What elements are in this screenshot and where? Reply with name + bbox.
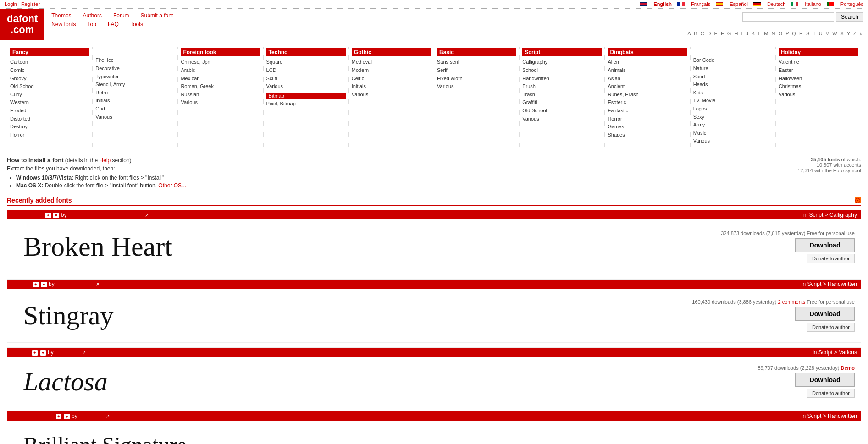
cat-bar-code[interactable]: Bar Code [693,56,773,65]
cat-serif[interactable]: Serif [437,66,516,75]
cat-ancient[interactable]: Ancient [608,82,687,91]
cat-link-bh[interactable]: Script > Calligraphy [809,212,857,218]
alpha-s[interactable]: S [806,31,810,36]
cat-animals[interactable]: Animals [608,66,687,75]
cat-army[interactable]: Army [693,121,773,129]
cat-gothic-header[interactable]: Gothic [352,48,431,56]
nav-tools[interactable]: Tools [130,21,143,27]
site-logo[interactable]: dafont .com [0,9,44,40]
cat-halloween[interactable]: Halloween [779,75,858,83]
cat-western[interactable]: Western [10,99,89,107]
font-author-stingray[interactable]: Youssef Habchi [56,281,94,287]
nav-submit-font[interactable]: Submit a font [141,12,173,19]
cat-easter[interactable]: Easter [779,66,858,75]
alpha-a[interactable]: A [687,31,691,36]
nav-top[interactable]: Top [88,21,96,27]
cat-sans-serif[interactable]: Sans serif [437,58,516,66]
cat-horror[interactable]: Horror [10,131,89,139]
cat-fancy-header[interactable]: Fancy [10,48,89,56]
cat-link-sg[interactable]: Script > Handwritten [807,281,857,287]
comments-link-sg[interactable]: 2 comments [778,299,805,305]
cat-old-school-script[interactable]: Old School [522,107,602,115]
lang-deutsch[interactable]: Deutsch [767,1,785,7]
nav-themes[interactable]: Themes [51,12,71,19]
cat-heads[interactable]: Heads [693,81,773,89]
cat-various-holiday[interactable]: Various [779,91,858,99]
font-name-lactosa[interactable]: Lactosa [11,349,30,356]
download-button-broken-heart[interactable]: Download [795,238,855,252]
cat-runes-elvish[interactable]: Runes, Elvish [608,91,687,99]
cat-foreign-header[interactable]: Foreign look [181,48,260,56]
alpha-j[interactable]: J [746,31,750,36]
alpha-y[interactable]: Y [847,31,851,36]
cat-medieval[interactable]: Medieval [352,58,431,66]
cat-decorative[interactable]: Decorative [95,65,175,73]
font-name-broken-heart[interactable]: Broken Heart [11,212,44,218]
cat-celtic[interactable]: Celtic [352,75,431,83]
donate-button-stingray[interactable]: Donate to author [807,323,855,332]
cat-distorted[interactable]: Distorted [10,115,89,123]
cat-initials-gothic[interactable]: Initials [352,82,431,91]
nav-new-fonts[interactable]: New fonts [51,21,76,27]
cat-fire-ice[interactable]: Fire, Ice [95,56,175,65]
cat-holiday-header[interactable]: Holiday [779,48,858,56]
lang-english[interactable]: English [653,1,672,7]
cat-russian[interactable]: Russian [181,91,260,99]
cat-chinese-jpn[interactable]: Chinese, Jpn [181,58,260,66]
cat-games[interactable]: Games [608,123,687,131]
cat-tv-movie[interactable]: TV, Movie [693,97,773,105]
cat-graffiti[interactable]: Graffiti [522,99,602,107]
cat-comic[interactable]: Comic [10,66,89,75]
alpha-d[interactable]: D [708,31,712,36]
cat-link-bs[interactable]: Script > Handwritten [807,413,857,419]
cat-cartoon[interactable]: Cartoon [10,58,89,66]
nav-faq[interactable]: FAQ [108,21,119,27]
alpha-f[interactable]: F [721,31,725,36]
cat-various-foreign[interactable]: Various [181,99,260,107]
alpha-h[interactable]: H [734,31,739,36]
cat-sexy[interactable]: Sexy [693,113,773,121]
cat-lcd[interactable]: LCD [266,66,346,75]
register-link[interactable]: Register [21,1,40,7]
cat-stencil-army[interactable]: Stencil, Army [95,81,175,89]
alpha-m[interactable]: M [764,31,769,36]
font-author-brilliant[interactable]: Din Studio [79,413,104,419]
alpha-w[interactable]: W [832,31,838,36]
cat-roman-greek[interactable]: Roman, Greek [181,82,260,91]
cat-kids[interactable]: Kids [693,89,773,97]
alpha-l[interactable]: L [758,31,762,36]
cat-dingbats-header[interactable]: Dingbats [608,48,687,56]
alpha-r[interactable]: R [799,31,804,36]
cat-valentine[interactable]: Valentine [779,58,858,66]
cat-sport[interactable]: Sport [693,73,773,81]
cat-various-basic[interactable]: Various [437,82,516,91]
search-input[interactable] [742,12,834,22]
cat-retro[interactable]: Retro [95,89,175,97]
alpha-n[interactable]: N [772,31,776,36]
cat-script-header[interactable]: Script [522,48,602,56]
alpha-e[interactable]: E [714,31,719,36]
cat-brush[interactable]: Brush [522,82,602,91]
cat-various-techno[interactable]: Various [266,82,346,91]
login-link[interactable]: Login [5,1,17,7]
cat-pixel-bitmap[interactable]: Pixel, Bitmap [266,100,346,108]
lang-espanol[interactable]: Español [730,1,748,7]
lang-italiano[interactable]: Italiano [805,1,821,7]
cat-various-fancy[interactable]: Various [95,113,175,121]
cat-music[interactable]: Music [693,129,773,137]
cat-techno-header[interactable]: Techno [266,48,346,56]
cat-esoteric[interactable]: Esoteric [608,99,687,107]
alpha-g[interactable]: G [727,31,732,36]
cat-horror-ding[interactable]: Horror [608,115,687,123]
alpha-z[interactable]: Z [853,31,857,36]
cat-basic-header[interactable]: Basic [437,48,516,56]
font-author-lactosa[interactable]: Nasir Udin [55,349,81,356]
cat-eroded[interactable]: Eroded [10,107,89,115]
cat-various-gothic[interactable]: Various [352,91,431,99]
alpha-x[interactable]: X [840,31,845,36]
cat-link-la[interactable]: Script > Various [818,349,857,356]
alpha-p[interactable]: P [785,31,790,36]
other-os-link[interactable]: Other OS... [158,182,186,189]
download-button-stingray[interactable]: Download [795,307,855,321]
nav-authors[interactable]: Authors [83,12,102,19]
